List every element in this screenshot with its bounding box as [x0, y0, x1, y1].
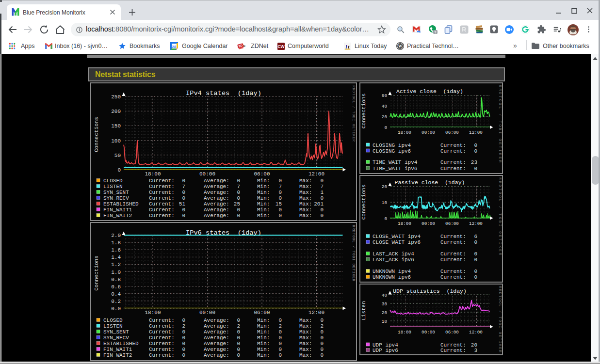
svg-text:06:00: 06:00	[254, 310, 270, 316]
svg-text:00:00: 00:00	[422, 221, 435, 226]
svg-text:Current:: Current:	[440, 274, 466, 280]
svg-text:0.8: 0.8	[111, 277, 121, 283]
svg-text:0: 0	[278, 341, 282, 347]
svg-text:0: 0	[182, 195, 185, 201]
svg-text:00:00: 00:00	[422, 330, 435, 335]
svg-text:50: 50	[111, 153, 121, 158]
svg-text:06:00: 06:00	[445, 221, 459, 226]
svg-text:0: 0	[182, 190, 185, 195]
svg-text:0: 0	[320, 347, 324, 352]
svg-text:Max:: Max:	[299, 341, 312, 347]
svg-text:0: 0	[237, 352, 240, 358]
svg-text:Current:: Current:	[149, 317, 175, 323]
svg-text:Average:: Average:	[204, 347, 229, 352]
svg-text:0: 0	[474, 239, 477, 245]
svg-text:CLOSE_WAIT ipv4: CLOSE_WAIT ipv4	[373, 234, 421, 239]
svg-text:Current:: Current:	[440, 251, 466, 257]
svg-text:40: 40	[382, 293, 387, 298]
svg-text:Max:: Max:	[299, 347, 312, 352]
svg-text:0: 0	[278, 329, 282, 335]
svg-text:1.4: 1.4	[111, 254, 121, 260]
svg-text:Current:: Current:	[440, 159, 466, 165]
svg-text:0: 0	[237, 190, 240, 195]
svg-text:CLOSE_WAIT ipv6: CLOSE_WAIT ipv6	[373, 239, 421, 245]
svg-text:Min:: Min:	[257, 195, 270, 201]
svg-text:Active close (1day): Active close (1day)	[396, 88, 463, 95]
svg-text:SYN_RECV: SYN_RECV	[103, 335, 129, 341]
svg-text:0: 0	[474, 166, 477, 172]
svg-text:0: 0	[278, 213, 282, 219]
svg-text:Min:: Min:	[257, 178, 270, 184]
svg-text:0: 0	[320, 207, 324, 213]
svg-text:0: 0	[474, 269, 477, 274]
svg-text:SYN_SENT: SYN_SENT	[103, 329, 129, 335]
svg-text:UDP statistics (1day): UDP statistics (1day)	[393, 288, 467, 294]
svg-text:7: 7	[278, 184, 282, 190]
svg-text:201: 201	[314, 201, 324, 207]
svg-text:Current:: Current:	[149, 352, 175, 358]
svg-text:FIN_WAIT2: FIN_WAIT2	[103, 352, 132, 358]
svg-text:0: 0	[474, 274, 477, 280]
svg-text:Max:: Max:	[299, 178, 312, 184]
svg-text:Current:: Current:	[149, 184, 175, 190]
svg-text:FIN_WAIT1: FIN_WAIT1	[103, 207, 132, 213]
svg-text:Average:: Average:	[204, 190, 229, 195]
svg-text:Average:: Average:	[204, 335, 229, 341]
svg-text:CLOSING ipv6: CLOSING ipv6	[373, 148, 411, 154]
svg-text:0: 0	[237, 213, 240, 219]
svg-text:Min:: Min:	[257, 201, 270, 207]
svg-text:1: 1	[320, 190, 324, 195]
svg-text:0: 0	[382, 125, 387, 130]
svg-text:Listen: Listen	[361, 301, 367, 320]
svg-text:RRDTOOL / TOBI OETIKER: RRDTOOL / TOBI OETIKER	[352, 85, 356, 142]
svg-text:0: 0	[278, 195, 282, 201]
svg-text:RRDTOOL / TOBI OETIKER: RRDTOOL / TOBI OETIKER	[352, 225, 356, 282]
svg-text:0: 0	[182, 207, 185, 213]
svg-text:Current:: Current:	[440, 257, 466, 263]
svg-text:Current:: Current:	[440, 348, 466, 353]
svg-text:Current:: Current:	[149, 335, 175, 341]
svg-text:ESTABLISHED: ESTABLISHED	[103, 341, 139, 347]
svg-text:Current:: Current:	[149, 190, 175, 195]
svg-text:RRDTOOL / TOBI OETIKER: RRDTOOL / TOBI OETIKER	[498, 85, 503, 164]
svg-text:SYN_SENT: SYN_SENT	[103, 190, 129, 195]
svg-text:Current:: Current:	[149, 178, 175, 184]
svg-text:Max:: Max:	[299, 207, 312, 213]
svg-text:18:00: 18:00	[398, 330, 411, 335]
svg-text:LAST_ACK ipv6: LAST_ACK ipv6	[373, 257, 414, 263]
svg-text:40: 40	[382, 104, 387, 109]
svg-text:0: 0	[182, 335, 185, 341]
svg-text:Average:: Average:	[204, 178, 229, 184]
svg-text:0: 0	[237, 317, 240, 323]
svg-text:LAST_ACK ipv4: LAST_ACK ipv4	[373, 251, 414, 257]
svg-text:LISTEN: LISTEN	[103, 184, 123, 190]
svg-text:00:00: 00:00	[199, 171, 215, 177]
svg-text:RRDTOOL / TOBI OETIKER: RRDTOOL / TOBI OETIKER	[498, 286, 503, 353]
svg-text:Average:: Average:	[204, 213, 229, 219]
svg-text:0.4: 0.4	[111, 291, 121, 297]
svg-text:Average:: Average:	[204, 329, 229, 335]
svg-text:Max:: Max:	[299, 323, 312, 329]
svg-text:Min:: Min:	[257, 190, 270, 195]
svg-text:Min:: Min:	[257, 317, 270, 323]
svg-text:12:00: 12:00	[469, 130, 483, 135]
svg-text:Max:: Max:	[299, 195, 312, 201]
svg-text:12:00: 12:00	[469, 221, 483, 226]
svg-text:00:00: 00:00	[199, 310, 215, 316]
svg-text:CLOSED: CLOSED	[103, 317, 123, 323]
svg-text:Current:: Current:	[440, 239, 466, 245]
svg-text:Connections: Connections	[94, 255, 99, 291]
svg-text:20: 20	[382, 114, 387, 120]
svg-text:Current:: Current:	[149, 213, 175, 219]
svg-text:20: 20	[471, 342, 477, 348]
svg-text:Connections: Connections	[361, 94, 367, 129]
svg-text:0.2: 0.2	[111, 299, 121, 304]
svg-text:CLOSED: CLOSED	[103, 178, 123, 184]
svg-text:2: 2	[182, 323, 185, 329]
svg-text:100: 100	[111, 138, 121, 144]
svg-text:18:00: 18:00	[398, 221, 411, 226]
svg-text:15: 15	[276, 201, 282, 207]
svg-text:06:00: 06:00	[445, 130, 459, 135]
svg-text:0: 0	[278, 207, 282, 213]
svg-text:TIME_WAIT ipv6: TIME_WAIT ipv6	[373, 166, 417, 172]
